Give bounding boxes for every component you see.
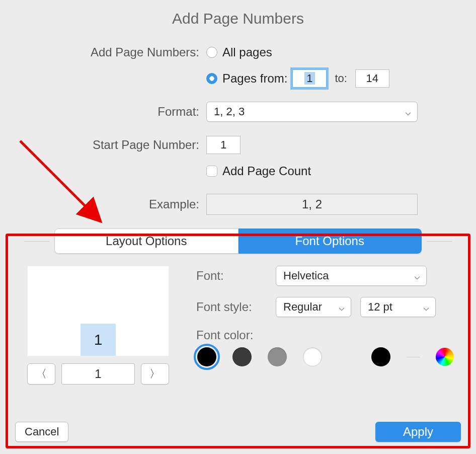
select-format-value: 1, 2, 3: [214, 105, 245, 118]
row-format: Format: 1, 2, 3 ⌵: [0, 101, 476, 123]
label-add-page-count[interactable]: Add Page Count: [222, 164, 311, 178]
radio-pages-from[interactable]: [206, 73, 217, 84]
radio-pages-from-label[interactable]: Pages from:: [222, 71, 287, 86]
row-example: Example: 1, 2: [0, 193, 476, 215]
row-add-page-numbers: Add Page Numbers: All pages: [0, 41, 476, 63]
row-start-page: Start Page Number: 1: [0, 134, 476, 156]
add-page-numbers-dialog: Add Page Numbers Add Page Numbers: All p…: [0, 0, 476, 454]
row-add-page-count: Add Page Count: [0, 160, 476, 182]
label-start-page-number: Start Page Number:: [0, 138, 206, 152]
chevron-down-icon: ⌵: [405, 106, 411, 118]
select-format[interactable]: 1, 2, 3 ⌵: [206, 102, 418, 122]
radio-all-pages[interactable]: [206, 47, 217, 58]
input-start-page[interactable]: 1: [206, 136, 241, 154]
radio-all-pages-label[interactable]: All pages: [222, 45, 272, 59]
input-pages-to[interactable]: 14: [355, 69, 389, 88]
example-output: 1, 2: [206, 194, 418, 215]
annotation-highlight-box: [6, 234, 470, 448]
label-example: Example:: [0, 197, 206, 211]
row-pages-from: Pages from: 1 to: 14: [0, 67, 476, 90]
checkbox-add-page-count[interactable]: [206, 166, 217, 177]
label-add-page-numbers: Add Page Numbers:: [0, 45, 206, 59]
input-pages-from[interactable]: 1: [292, 69, 327, 88]
label-format: Format:: [0, 105, 206, 119]
label-to: to:: [335, 72, 347, 85]
dialog-title: Add Page Numbers: [0, 10, 476, 27]
